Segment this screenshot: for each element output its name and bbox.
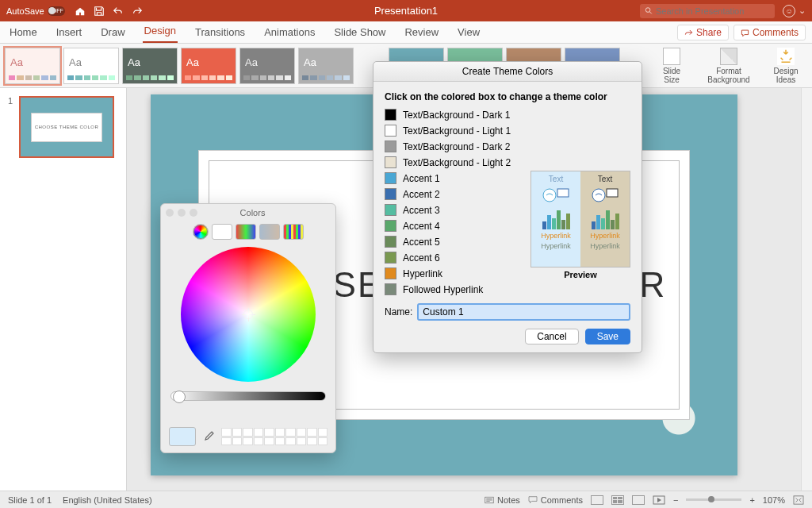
pencils-tab-icon[interactable] [283, 224, 304, 240]
search-box[interactable] [640, 4, 775, 18]
document-name: Presentation1 [374, 5, 438, 17]
crosshair-icon[interactable] [243, 310, 253, 319]
color-swatch[interactable] [385, 109, 396, 121]
name-input[interactable] [417, 303, 630, 321]
notes-button[interactable]: Notes [485, 495, 520, 505]
zoom-slider[interactable] [686, 498, 741, 501]
tab-design[interactable]: Design [143, 21, 178, 43]
comments-status-button[interactable]: Comments [528, 495, 583, 505]
tab-view[interactable]: View [456, 22, 481, 43]
image-tab-icon[interactable] [259, 224, 280, 240]
tab-transitions[interactable]: Transitions [193, 22, 247, 43]
color-swatch[interactable] [385, 267, 396, 279]
color-label: Text/Background - Dark 1 [403, 110, 510, 121]
preview-dark: Text Hyperlink Hyperlink [580, 171, 630, 267]
close-icon[interactable] [166, 209, 174, 217]
color-label: Accent 4 [403, 221, 440, 232]
theme-thumb[interactable]: Aa [239, 48, 295, 84]
color-row[interactable]: Text/Background - Dark 2 [385, 140, 630, 152]
color-swatch[interactable] [385, 188, 396, 200]
thumbnail-title: CHOOSE THEME COLOR [31, 113, 102, 142]
zoom-icon[interactable] [190, 209, 197, 217]
color-label: Accent 3 [403, 205, 440, 216]
wheel-tab-icon[interactable] [193, 224, 209, 240]
tab-animations[interactable]: Animations [262, 22, 316, 43]
color-swatch[interactable] [385, 156, 396, 168]
tab-slideshow[interactable]: Slide Show [332, 22, 387, 43]
share-button[interactable]: Share [677, 25, 729, 40]
color-label: Hyperlink [403, 268, 442, 279]
zoom-out-icon[interactable]: − [673, 495, 678, 505]
color-label: Followed Hyperlink [403, 284, 483, 295]
view-sorter-icon[interactable] [611, 495, 624, 505]
home-icon[interactable] [75, 6, 86, 17]
theme-thumb[interactable]: Aa [122, 48, 178, 84]
slide-panel: 1 CHOOSE THEME COLOR [0, 88, 127, 491]
zoom-level[interactable]: 107% [763, 495, 785, 505]
swatch-grid[interactable] [221, 428, 327, 445]
color-swatch[interactable] [385, 252, 396, 264]
search-input[interactable] [656, 6, 770, 16]
color-swatch[interactable] [385, 204, 396, 216]
feedback-icon[interactable]: ☺ [783, 5, 795, 17]
save-icon[interactable] [94, 6, 105, 17]
tab-review[interactable]: Review [403, 22, 440, 43]
save-button[interactable]: Save [585, 329, 630, 344]
design-ideas-button[interactable]: Design Ideas [764, 48, 807, 84]
color-wheel[interactable] [181, 247, 316, 382]
vertical-scrollbar[interactable] [801, 88, 812, 491]
cancel-button[interactable]: Cancel [525, 329, 578, 344]
ribbon-tabs: Home Insert Draw Design Transitions Anim… [0, 21, 812, 44]
design-ideas-icon [777, 48, 795, 65]
dialog-title: Create Theme Colors [373, 62, 642, 82]
preview-light: Text Hyperlink Hyperlink [531, 171, 580, 267]
palettes-tab-icon[interactable] [236, 224, 256, 240]
view-reading-icon[interactable] [632, 495, 645, 505]
comments-button[interactable]: Comments [733, 25, 806, 40]
color-row[interactable]: Text/Background - Light 1 [385, 125, 630, 137]
status-language[interactable]: English (United States) [63, 495, 152, 505]
color-swatch[interactable] [385, 172, 396, 184]
current-color-swatch[interactable] [169, 427, 196, 446]
comments-label: Comments [753, 27, 799, 38]
tab-home[interactable]: Home [8, 22, 39, 43]
view-slideshow-icon[interactable] [653, 495, 665, 505]
titlebar: AutoSave OFF Presentation1 ☺ ⌄ [0, 0, 812, 21]
svg-rect-3 [794, 495, 803, 503]
svg-rect-7 [607, 189, 618, 197]
minimize-icon[interactable] [178, 209, 186, 217]
fit-to-window-icon[interactable] [793, 495, 804, 505]
tab-draw[interactable]: Draw [99, 22, 126, 43]
svg-point-0 [645, 8, 650, 13]
color-row[interactable]: Text/Background - Light 2 [385, 156, 630, 168]
eyedropper-icon[interactable] [202, 430, 215, 443]
brightness-slider[interactable] [170, 391, 326, 401]
colors-panel: Colors [160, 203, 336, 453]
color-swatch[interactable] [385, 125, 396, 137]
color-row[interactable]: Text/Background - Dark 1 [385, 109, 630, 121]
format-background-button[interactable]: Format Background [707, 48, 750, 84]
theme-thumb[interactable]: Aa [5, 48, 60, 84]
view-normal-icon[interactable] [591, 495, 603, 505]
slide-size-button[interactable]: Slide Size [650, 48, 693, 84]
autosave-toggle[interactable]: OFF [48, 6, 65, 16]
theme-thumb[interactable]: Aa [63, 48, 119, 84]
color-swatch[interactable] [385, 283, 396, 295]
color-swatch[interactable] [385, 220, 396, 232]
color-swatch[interactable] [385, 236, 396, 248]
slide-thumbnail[interactable]: CHOOSE THEME COLOR [19, 96, 114, 158]
quick-access [75, 6, 143, 17]
color-row[interactable]: Followed Hyperlink [385, 283, 630, 295]
tab-insert[interactable]: Insert [55, 22, 84, 43]
sliders-tab-icon[interactable] [212, 224, 232, 240]
autosave[interactable]: AutoSave OFF [6, 6, 65, 16]
undo-icon[interactable] [113, 6, 124, 17]
zoom-in-icon[interactable]: + [749, 495, 754, 505]
color-label: Accent 6 [403, 252, 440, 264]
slide-size-icon [663, 48, 680, 65]
redo-icon[interactable] [132, 6, 143, 17]
theme-thumb[interactable]: Aa [298, 48, 354, 84]
color-swatch[interactable] [385, 140, 396, 152]
chevron-down-icon[interactable]: ⌄ [799, 6, 806, 16]
theme-thumb[interactable]: Aa [181, 48, 236, 84]
